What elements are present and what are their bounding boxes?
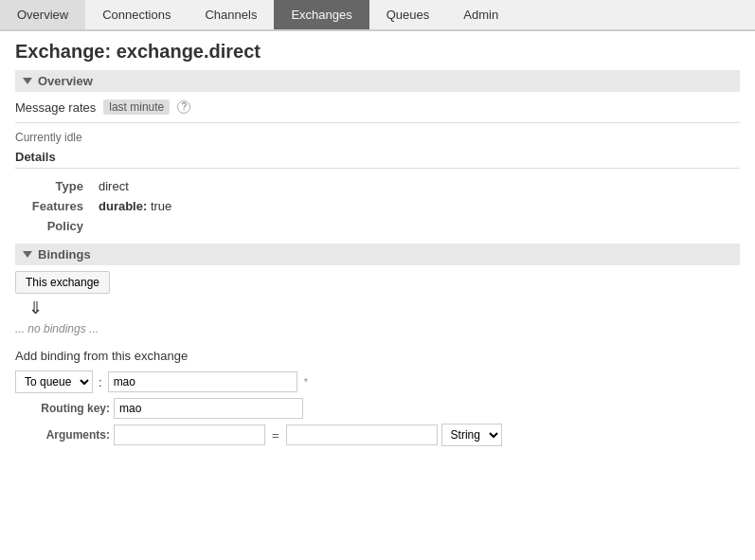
add-binding-title: Add binding from this exchange (15, 349, 740, 363)
tab-overview[interactable]: Overview (0, 0, 85, 29)
page-title: Exchange: exchange.direct (15, 41, 740, 63)
type-value: direct (91, 176, 179, 196)
to-queue-row: To queue : * (15, 370, 740, 393)
no-bindings-text: ... no bindings ... (15, 322, 740, 335)
last-minute-badge[interactable]: last minute (103, 99, 170, 115)
divider-1 (15, 122, 740, 123)
features-label: Features (15, 196, 91, 216)
routing-key-row: Routing key: (15, 398, 740, 419)
bindings-section-label: Bindings (38, 247, 91, 262)
collapse-bindings-icon (23, 251, 32, 258)
help-icon[interactable]: ? (177, 100, 190, 114)
arguments-type-select[interactable]: String (441, 424, 502, 446)
overview-section-label: Overview (38, 74, 93, 88)
arguments-label: Arguments: (15, 428, 110, 442)
policy-label: Policy (15, 216, 91, 236)
overview-section-header[interactable]: Overview (15, 70, 740, 92)
arrow-down-icon: ⇓ (28, 298, 740, 318)
arguments-row: Arguments: = String (15, 424, 740, 446)
details-table: Type direct Features durable: true Polic… (15, 176, 179, 236)
arguments-value-input[interactable] (286, 425, 438, 445)
nav-bar: Overview Connections Channels Exchanges … (0, 0, 755, 31)
tab-queues[interactable]: Queues (369, 0, 447, 29)
tab-exchanges[interactable]: Exchanges (274, 0, 369, 29)
message-rates-row: Message rates last minute ? (15, 98, 740, 117)
collapse-overview-icon (23, 78, 32, 84)
arguments-key-input[interactable] (114, 425, 265, 445)
equals-sign: = (272, 428, 279, 443)
this-exchange-button[interactable]: This exchange (15, 271, 110, 294)
table-row-type: Type direct (15, 176, 179, 196)
routing-key-input[interactable] (114, 398, 303, 419)
policy-value (91, 216, 179, 236)
message-rates-label: Message rates (15, 100, 96, 115)
tab-connections[interactable]: Connections (85, 0, 188, 29)
idle-status: Currently idle (15, 131, 740, 144)
routing-key-label: Routing key: (15, 402, 110, 415)
divider-2 (15, 168, 740, 169)
colon-1: : (99, 375, 102, 389)
table-row-features: Features durable: true (15, 196, 179, 216)
add-binding-section: Add binding from this exchange To queue … (15, 349, 740, 446)
features-value: durable: true (91, 196, 179, 216)
type-label: Type (15, 176, 91, 196)
table-row-policy: Policy (15, 216, 179, 236)
required-star: * (304, 376, 308, 388)
details-label: Details (15, 150, 740, 164)
to-queue-select[interactable]: To queue (15, 370, 93, 393)
to-queue-input[interactable] (108, 371, 297, 392)
bindings-content: This exchange ⇓ ... no bindings ... (15, 271, 740, 335)
tab-channels[interactable]: Channels (188, 0, 274, 29)
bindings-section-header[interactable]: Bindings (15, 244, 740, 265)
tab-admin[interactable]: Admin (446, 0, 515, 29)
